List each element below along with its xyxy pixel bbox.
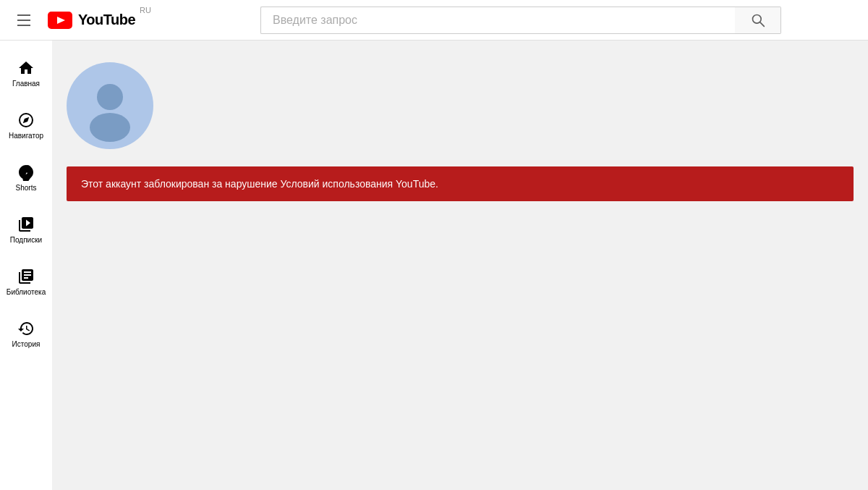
search-form: [260, 7, 781, 34]
sidebar-item-explore[interactable]: Навигатор: [0, 98, 52, 151]
svg-point-5: [97, 84, 123, 110]
country-code: RU: [140, 6, 151, 14]
sidebar-label-history: История: [12, 340, 41, 349]
sidebar-label-subscriptions: Подписки: [10, 236, 42, 245]
avatar-icon: [74, 69, 146, 142]
banned-banner: Этот аккаунт заблокирован за нарушение У…: [67, 166, 854, 201]
youtube-icon: [48, 12, 72, 29]
sidebar-item-subscriptions[interactable]: Подписки: [0, 203, 52, 255]
subscriptions-icon: [17, 216, 35, 233]
header-left: YouTube RU: [12, 9, 185, 32]
youtube-wordmark: YouTube: [78, 12, 135, 28]
svg-line-3: [760, 22, 763, 25]
sidebar-label-explore: Навигатор: [9, 132, 43, 140]
home-icon: [17, 59, 35, 77]
sidebar-item-library[interactable]: Библиотека: [0, 255, 52, 307]
avatar-area: [67, 55, 854, 164]
sidebar: Главная Навигатор Shorts Подписки Библио…: [0, 41, 52, 490]
sidebar-label-library: Библиотека: [7, 288, 46, 297]
main-content: Этот аккаунт заблокирован за нарушение У…: [52, 41, 868, 490]
menu-button[interactable]: [12, 9, 36, 32]
search-icon: [751, 13, 765, 28]
shorts-icon: [17, 164, 35, 181]
avatar: [67, 62, 153, 149]
header: YouTube RU: [0, 0, 868, 41]
yt-icon-area: [48, 12, 72, 29]
sidebar-item-history[interactable]: История: [0, 307, 52, 359]
sidebar-item-home[interactable]: Главная: [0, 46, 52, 98]
search-button[interactable]: [735, 7, 781, 34]
history-icon: [17, 320, 35, 337]
search-input[interactable]: [260, 7, 735, 34]
sidebar-label-home: Главная: [12, 80, 40, 88]
search-area: [185, 7, 856, 34]
banned-message: Этот аккаунт заблокирован за нарушение У…: [81, 178, 438, 190]
library-icon: [17, 268, 35, 285]
youtube-logo[interactable]: YouTube RU: [48, 12, 151, 29]
sidebar-item-shorts[interactable]: Shorts: [0, 151, 52, 203]
sidebar-label-shorts: Shorts: [16, 184, 37, 193]
svg-point-6: [90, 113, 130, 142]
explore-icon: [17, 111, 35, 129]
